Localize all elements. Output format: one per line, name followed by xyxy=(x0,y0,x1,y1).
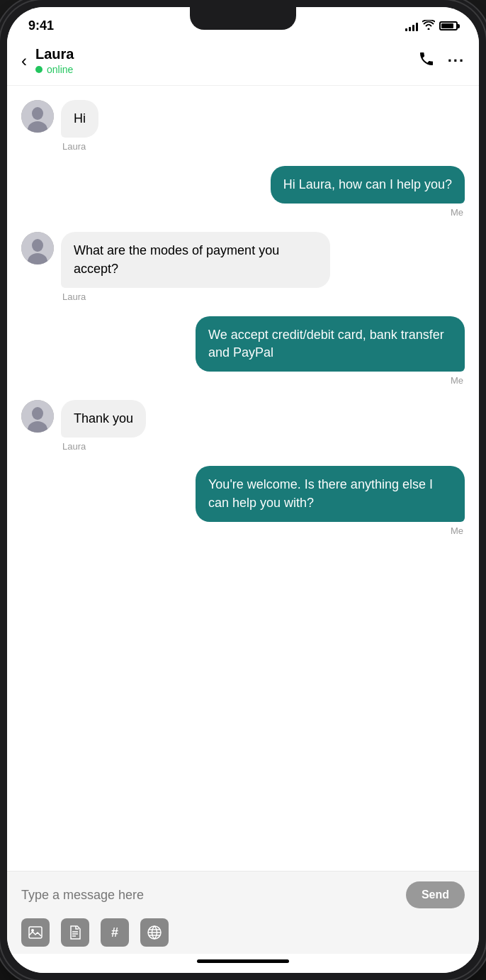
sender-label: Me xyxy=(449,207,465,218)
toolbar-row: # xyxy=(21,918,465,947)
message-content: You're welcome. Is there anything else I… xyxy=(196,466,465,535)
home-indicator xyxy=(7,954,479,973)
sender-label: Laura xyxy=(61,141,87,152)
message-input[interactable] xyxy=(21,888,406,903)
message-content: Hi Laura xyxy=(61,100,98,152)
notch xyxy=(190,7,296,30)
screen: 9:41 xyxy=(7,7,479,973)
call-button[interactable] xyxy=(418,50,435,72)
sender-label: Laura xyxy=(61,291,87,302)
send-button[interactable]: Send xyxy=(406,881,465,908)
chat-header: ‹ Laura online ··· xyxy=(7,39,479,86)
phone-frame: 9:41 xyxy=(0,0,486,980)
back-button[interactable]: ‹ xyxy=(21,51,27,71)
wifi-icon xyxy=(422,20,435,32)
avatar xyxy=(21,400,54,433)
battery-fill xyxy=(441,23,453,28)
message-bubble: We accept credit/debit card, bank transf… xyxy=(196,316,465,372)
header-actions: ··· xyxy=(418,50,465,72)
message-content: Thank you Laura xyxy=(61,400,146,452)
sender-label: Me xyxy=(449,525,465,536)
contact-name: Laura xyxy=(35,46,418,62)
home-bar xyxy=(197,959,289,963)
status-time: 9:41 xyxy=(28,18,54,33)
globe-button[interactable] xyxy=(140,918,169,947)
messages-area: Hi Laura Hi Laura, how can I help you? M… xyxy=(7,86,479,871)
message-bubble: What are the modes of payment you accept… xyxy=(61,232,330,287)
hashtag-button[interactable]: # xyxy=(101,918,129,947)
avatar xyxy=(21,232,54,265)
more-options-button[interactable]: ··· xyxy=(448,52,465,70)
online-status-text: online xyxy=(47,64,73,75)
contact-info: Laura online xyxy=(35,46,418,75)
message-bubble: You're welcome. Is there anything else I… xyxy=(196,466,465,521)
status-icons xyxy=(405,20,458,32)
sender-label: Me xyxy=(449,375,465,386)
message-group: You're welcome. Is there anything else I… xyxy=(21,466,465,535)
message-bubble: Thank you xyxy=(61,400,146,438)
svg-point-1 xyxy=(32,107,43,120)
contact-status: online xyxy=(35,64,418,75)
image-button[interactable] xyxy=(21,918,50,947)
message-content: What are the modes of payment you accept… xyxy=(61,232,330,301)
status-bar: 9:41 xyxy=(7,7,479,39)
message-group: Thank you Laura xyxy=(21,400,465,452)
message-group: We accept credit/debit card, bank transf… xyxy=(21,316,465,386)
message-content: We accept credit/debit card, bank transf… xyxy=(196,316,465,386)
input-area: Send xyxy=(7,871,479,954)
signal-bars-icon xyxy=(405,21,418,31)
sender-label: Laura xyxy=(61,441,87,452)
message-group: What are the modes of payment you accept… xyxy=(21,232,465,301)
battery-icon xyxy=(439,21,458,30)
svg-rect-9 xyxy=(29,927,42,938)
message-bubble: Hi Laura, how can I help you? xyxy=(271,166,465,204)
message-bubble: Hi xyxy=(61,100,98,138)
svg-point-4 xyxy=(32,239,43,252)
avatar xyxy=(21,100,54,133)
message-content: Hi Laura, how can I help you? Me xyxy=(271,166,465,218)
message-input-row: Send xyxy=(21,881,465,908)
message-group: Hi Laura, how can I help you? Me xyxy=(21,166,465,218)
message-group: Hi Laura xyxy=(21,100,465,152)
online-status-dot xyxy=(35,66,43,73)
document-button[interactable] xyxy=(61,918,89,947)
svg-point-7 xyxy=(32,407,43,420)
